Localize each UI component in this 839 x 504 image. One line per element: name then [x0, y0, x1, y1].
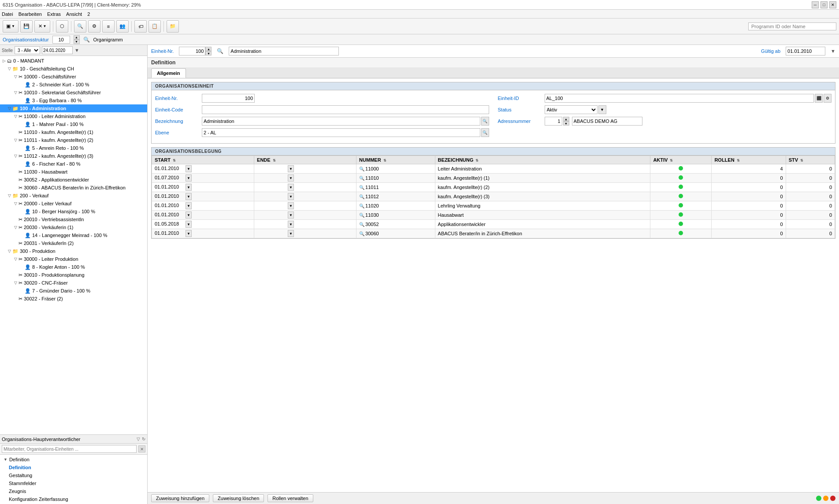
tree-item-20000[interactable]: ▽ ✂ 20000 - Leiter Verkauf	[0, 200, 147, 208]
einheit-id-form-input[interactable]	[545, 94, 814, 103]
ende-dropdown-btn-3[interactable]: ▼	[288, 193, 294, 200]
tree-item-10000[interactable]: ▽ ✂ 10000 - Geschäftsführer	[0, 73, 147, 81]
search-clear-btn[interactable]: ✕	[138, 445, 145, 452]
einheit-nr-stepper[interactable]: ▲ ▼	[205, 47, 212, 56]
col-aktiv[interactable]: AKTIV ⇅	[650, 156, 712, 164]
settings-btn[interactable]: ⚙	[88, 20, 100, 33]
save-btn[interactable]: 💾	[20, 20, 33, 33]
nav-definition-header[interactable]: ▼ Definition	[0, 456, 147, 463]
tree-item-30052[interactable]: ▷ ✂ 30052 - Applikationsentwickler	[0, 176, 147, 184]
start-dropdown-btn-3[interactable]: ▼	[186, 193, 192, 200]
tree-item-7-gmunder[interactable]: ▷ 👤 7 - Gmünder Dario - 100 %	[0, 287, 147, 295]
start-dropdown-btn-2[interactable]: ▼	[186, 184, 192, 191]
nummer-search-btn-6[interactable]: 🔍	[359, 222, 364, 227]
nummer-search-btn-5[interactable]: 🔍	[359, 213, 364, 218]
status-select[interactable]: Aktiv	[545, 105, 598, 114]
ebene-search-btn[interactable]: 🔍	[481, 128, 489, 137]
tree-item-5-amrein[interactable]: ▷ 👤 5 - Amrein Reto - 100 %	[0, 144, 147, 152]
tree-item-30022[interactable]: ▷ ✂ 30022 - Fräser (2)	[0, 295, 147, 303]
table-row[interactable]: ▼▼🔍11011kaufm. Angestellte(r) (2)00	[152, 183, 835, 192]
table-row[interactable]: ▼▼🔍30060ABACUS Berater/in in Zürich-Effr…	[152, 229, 835, 238]
ende-dropdown-btn-1[interactable]: ▼	[288, 174, 294, 182]
tree-toggle-20030[interactable]: ▽	[12, 225, 19, 230]
tree-item-14-langen[interactable]: ▷ 👤 14 - Langenegger Meinrad - 100 %	[0, 231, 147, 239]
tree-item-1-mahrer[interactable]: ▷ 👤 1 - Mahrer Paul - 100 %	[0, 120, 147, 128]
tree-item-8-kogler[interactable]: ▷ 👤 8 - Kogler Anton - 100 %	[0, 263, 147, 271]
start-input-6[interactable]	[155, 221, 186, 226]
start-dropdown-btn-7[interactable]: ▼	[186, 230, 192, 237]
search-icon-small[interactable]: 🔍	[83, 37, 90, 43]
adressnummer-name-input[interactable]	[572, 117, 642, 126]
ende-input-1[interactable]	[257, 175, 288, 180]
tree-item-11011[interactable]: ▽ ✂ 11011 - kaufm. Angestellte(r) (2)	[0, 136, 147, 144]
adressnummer-form-input[interactable]	[545, 117, 562, 126]
menu-bearbeiten[interactable]: Bearbeiten	[19, 11, 42, 17]
status-arrow-btn[interactable]: ▼	[598, 105, 606, 114]
nummer-search-btn-3[interactable]: 🔍	[359, 194, 364, 199]
ende-input-4[interactable]	[257, 203, 288, 208]
tree-item-6-fischer[interactable]: ▷ 👤 6 - Fischer Karl - 80 %	[0, 160, 147, 168]
refresh-icon[interactable]: ↻	[142, 437, 145, 441]
einheit-nr-step-down[interactable]: ▼	[205, 51, 212, 56]
tree-item-200[interactable]: ▽ 📁 200 - Verkauf	[0, 192, 147, 200]
tree-toggle-gesch[interactable]: ▽	[6, 67, 12, 71]
folder-btn[interactable]: 📁	[167, 20, 179, 33]
tree-item-300[interactable]: ▽ 📁 300 - Produktion	[0, 247, 147, 255]
menu-ansicht[interactable]: Ansicht	[66, 11, 82, 17]
search-input[interactable]	[2, 445, 137, 453]
ebene-form-input[interactable]	[202, 128, 480, 137]
ende-dropdown-btn-6[interactable]: ▼	[288, 221, 294, 228]
adressnummer-stepper[interactable]: ▲ ▼	[563, 117, 569, 126]
menu-2[interactable]: 2	[87, 11, 90, 17]
tree-item-11030[interactable]: ▷ ✂ 11030 - Hausabwart	[0, 168, 147, 176]
search-btn[interactable]: 🔍	[74, 20, 86, 33]
einheit-id-btn2[interactable]: ⚙	[824, 94, 832, 103]
ende-input-7[interactable]	[257, 230, 288, 236]
close-btn[interactable]: ✕	[829, 1, 836, 8]
start-input-1[interactable]	[155, 175, 186, 180]
zuweisung-hinzufuegen-btn[interactable]: Zuweisung hinzufügen	[151, 494, 209, 502]
ende-dropdown-btn-7[interactable]: ▼	[288, 230, 294, 237]
table-row[interactable]: ▼▼🔍11000Leiter Administration40	[152, 164, 835, 174]
new-dropdown-btn[interactable]: ▣ ▼	[3, 20, 19, 33]
ende-dropdown-btn-0[interactable]: ▼	[288, 165, 294, 172]
tree-toggle-300[interactable]: ▽	[6, 249, 12, 253]
date-picker-icon[interactable]: ▼	[74, 48, 79, 53]
nummer-search-btn-0[interactable]: 🔍	[359, 167, 364, 171]
nav-step-down[interactable]: ▼	[74, 40, 80, 44]
einheit-nr-step-up[interactable]: ▲	[205, 47, 212, 51]
col-ende[interactable]: ENDE ⇅	[254, 156, 356, 164]
org-structure-link[interactable]: Organisationsstruktur	[3, 37, 49, 42]
table-row[interactable]: ▼▼🔍30052Applikationsentwickler00	[152, 220, 835, 229]
nav-stepper[interactable]: ▲ ▼	[74, 35, 80, 44]
ende-dropdown-btn-2[interactable]: ▼	[288, 184, 294, 191]
start-input-7[interactable]	[155, 230, 186, 236]
tree-toggle-30000[interactable]: ▽	[12, 257, 19, 261]
menu-datei[interactable]: Datei	[2, 11, 13, 17]
nummer-search-btn-2[interactable]: 🔍	[359, 185, 364, 190]
zuweisung-loeschen-btn[interactable]: Zuweisung löschen	[213, 494, 264, 502]
nav-definition-item[interactable]: Definition	[0, 463, 147, 471]
start-input-2[interactable]	[155, 184, 186, 189]
col-rollen[interactable]: ROLLEN ⇅	[712, 156, 786, 164]
bezeichnung-search-btn[interactable]: 🔍	[481, 117, 489, 126]
nav-gestaltung-item[interactable]: Gestaltung	[0, 471, 147, 479]
tree-toggle-100[interactable]: ▽	[6, 106, 12, 111]
filter-icon[interactable]: ▽	[137, 437, 140, 441]
tree-item-30000[interactable]: ▽ ✂ 30000 - Leiter Produktion	[0, 255, 147, 263]
menu-extras[interactable]: Extras	[47, 11, 61, 17]
ende-dropdown-btn-5[interactable]: ▼	[288, 211, 294, 219]
table-row[interactable]: ▼▼🔍11020Lehrling Verwaltung00	[152, 201, 835, 211]
window-controls[interactable]: ─ □ ✕	[812, 1, 836, 8]
adressnr-step-down[interactable]: ▼	[563, 121, 569, 126]
bezeichnung-form-input[interactable]	[202, 117, 480, 126]
tree-toggle-mandant[interactable]: ▷	[1, 59, 7, 63]
start-dropdown-btn-4[interactable]: ▼	[186, 202, 192, 209]
tree-item-2-schneider[interactable]: ▷ 👤 2 - Schneider Kurt - 100 %	[0, 81, 147, 89]
tree-item-20010[interactable]: ▷ ✂ 20010 - VertriebsassistentIn	[0, 215, 147, 223]
tree-item-11012[interactable]: ▽ ✂ 11012 - kaufm. Angestellte(r) (3)	[0, 152, 147, 160]
ende-input-2[interactable]	[257, 184, 288, 189]
program-id-input[interactable]	[748, 22, 836, 30]
tree-item-3-egg[interactable]: ▷ 👤 3 - Egg Barbara - 80 %	[0, 96, 147, 104]
tree-item-20031[interactable]: ▷ ✂ 20031 - VerkäuferIn (2)	[0, 239, 147, 247]
